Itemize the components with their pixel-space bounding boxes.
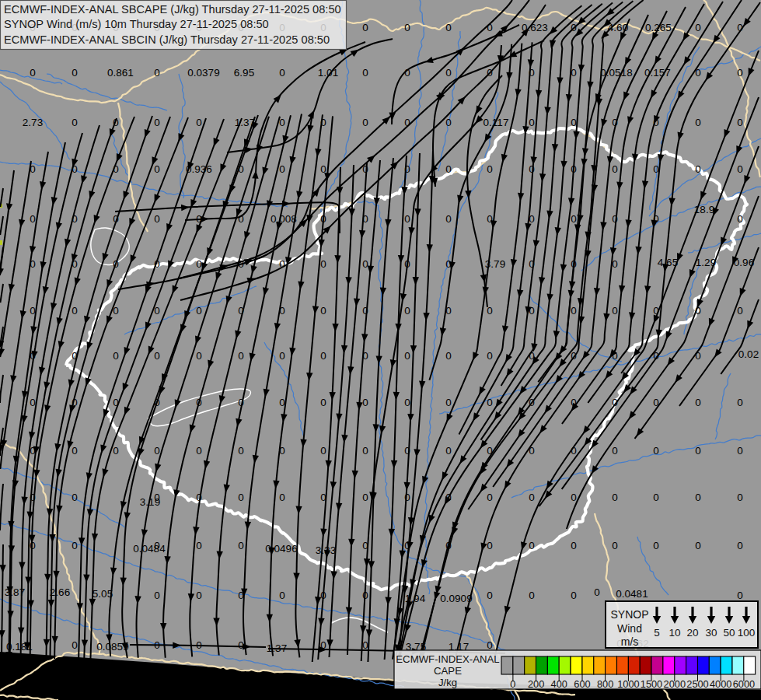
svg-text:0: 0 xyxy=(571,117,577,128)
svg-text:0: 0 xyxy=(695,117,701,128)
svg-text:0: 0 xyxy=(653,163,659,175)
svg-text:0: 0 xyxy=(445,350,452,362)
svg-text:0: 0 xyxy=(487,350,493,362)
svg-text:0.0379: 0.0379 xyxy=(187,67,219,79)
svg-text:20: 20 xyxy=(686,627,698,639)
svg-text:0: 0 xyxy=(737,397,743,408)
svg-text:0: 0 xyxy=(154,117,160,128)
svg-text:0: 0 xyxy=(238,350,244,362)
svg-text:0: 0 xyxy=(404,397,410,408)
svg-text:0: 0 xyxy=(529,492,535,503)
svg-text:0: 0 xyxy=(154,213,160,225)
svg-text:0: 0 xyxy=(445,397,452,408)
svg-text:0: 0 xyxy=(72,67,78,79)
svg-text:0: 0 xyxy=(695,540,701,551)
svg-text:400: 400 xyxy=(551,678,567,690)
svg-text:0: 0 xyxy=(571,492,577,503)
svg-text:0: 0 xyxy=(113,350,119,362)
svg-text:0: 0 xyxy=(72,639,78,651)
svg-text:0: 0 xyxy=(445,117,452,128)
svg-text:0: 0 xyxy=(737,305,743,317)
svg-text:0: 0 xyxy=(571,213,577,225)
svg-text:0: 0 xyxy=(279,590,285,601)
svg-text:0.0909: 0.0909 xyxy=(440,593,472,604)
svg-text:800: 800 xyxy=(597,678,613,690)
svg-text:0: 0 xyxy=(72,117,78,128)
svg-text:0: 0 xyxy=(737,590,743,601)
svg-text:0: 0 xyxy=(695,22,701,33)
svg-text:0: 0 xyxy=(30,67,36,79)
svg-text:0.861: 0.861 xyxy=(107,67,134,79)
svg-text:0: 0 xyxy=(404,350,410,362)
svg-text:0.008: 0.008 xyxy=(271,213,297,225)
svg-text:0: 0 xyxy=(362,397,368,408)
svg-text:0: 0 xyxy=(362,258,368,270)
svg-text:0: 0 xyxy=(737,492,743,503)
svg-text:0: 0 xyxy=(154,492,160,503)
svg-text:5.05: 5.05 xyxy=(93,588,113,600)
svg-text:0: 0 xyxy=(487,397,493,408)
svg-text:0: 0 xyxy=(154,445,160,457)
svg-text:0: 0 xyxy=(320,397,326,408)
svg-text:200: 200 xyxy=(528,678,544,690)
svg-text:0: 0 xyxy=(320,350,326,362)
svg-text:0: 0 xyxy=(196,305,202,317)
svg-text:0: 0 xyxy=(445,213,452,225)
svg-text:0: 0 xyxy=(72,492,78,503)
svg-text:0.0484: 0.0484 xyxy=(133,543,166,555)
svg-text:0: 0 xyxy=(196,540,202,551)
svg-text:0: 0 xyxy=(737,117,743,128)
svg-text:2.73: 2.73 xyxy=(23,117,43,128)
svg-text:0: 0 xyxy=(612,305,618,317)
svg-text:0: 0 xyxy=(404,305,410,317)
svg-text:0: 0 xyxy=(196,445,202,457)
svg-text:0: 0 xyxy=(279,67,285,79)
svg-text:6.95: 6.95 xyxy=(234,67,254,79)
svg-text:SYNOP Wind (m/s) 10m Thursday: SYNOP Wind (m/s) 10m Thursday 27-11-2025… xyxy=(4,18,269,30)
svg-text:0: 0 xyxy=(404,22,410,33)
svg-text:0: 0 xyxy=(737,213,743,225)
svg-text:0: 0 xyxy=(487,163,493,175)
svg-text:2000: 2000 xyxy=(664,678,686,690)
svg-text:0: 0 xyxy=(529,305,535,317)
svg-text:0: 0 xyxy=(487,492,493,503)
svg-text:0: 0 xyxy=(571,590,577,601)
svg-text:10: 10 xyxy=(668,627,680,639)
svg-text:0: 0 xyxy=(571,540,577,551)
svg-text:0: 0 xyxy=(154,540,160,551)
svg-text:0: 0 xyxy=(653,492,659,503)
svg-text:0: 0 xyxy=(362,117,368,128)
svg-text:CAPE: CAPE xyxy=(434,665,462,677)
svg-text:0: 0 xyxy=(320,258,326,270)
svg-text:0: 0 xyxy=(653,445,659,457)
svg-text:0: 0 xyxy=(362,22,368,33)
svg-text:600: 600 xyxy=(574,678,590,690)
svg-text:0: 0 xyxy=(653,540,659,551)
svg-text:0: 0 xyxy=(404,213,410,225)
svg-text:0: 0 xyxy=(279,163,285,175)
svg-text:6000: 6000 xyxy=(733,678,755,690)
svg-text:0: 0 xyxy=(238,540,244,551)
svg-text:0: 0 xyxy=(487,590,493,601)
svg-text:0: 0 xyxy=(695,445,701,457)
svg-text:0: 0 xyxy=(154,350,160,362)
svg-text:SYNOP: SYNOP xyxy=(610,608,648,621)
svg-text:0: 0 xyxy=(30,213,36,225)
svg-text:0: 0 xyxy=(196,117,202,128)
svg-text:30: 30 xyxy=(705,627,717,639)
svg-text:ECMWF-INDEX-ANAL SBCAPE (J/kg): ECMWF-INDEX-ANAL SBCAPE (J/kg) Thursday … xyxy=(4,3,341,16)
svg-text:4000: 4000 xyxy=(710,678,731,690)
svg-text:1500: 1500 xyxy=(641,678,662,690)
svg-text:0: 0 xyxy=(737,445,743,457)
svg-text:m/s: m/s xyxy=(621,635,639,648)
svg-text:0: 0 xyxy=(529,117,535,128)
svg-text:0: 0 xyxy=(113,445,119,457)
svg-text:0: 0 xyxy=(695,163,701,175)
svg-text:0: 0 xyxy=(30,397,36,408)
svg-text:0: 0 xyxy=(487,639,493,651)
svg-text:0: 0 xyxy=(529,540,535,551)
svg-text:0: 0 xyxy=(279,492,285,503)
svg-text:0.02: 0.02 xyxy=(738,348,759,360)
svg-text:0: 0 xyxy=(362,639,368,651)
svg-text:0: 0 xyxy=(529,590,535,601)
